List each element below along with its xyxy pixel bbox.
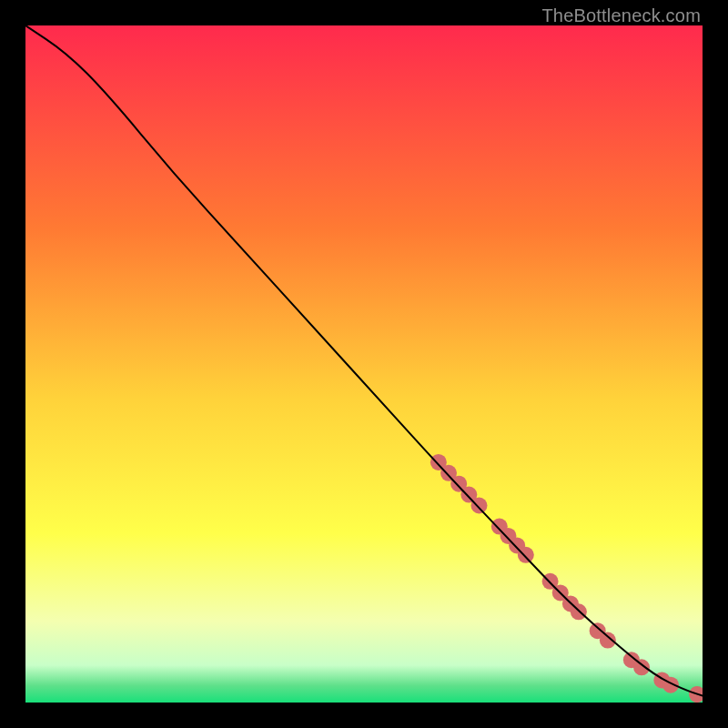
- data-marker: [633, 659, 650, 675]
- data-marker: [518, 547, 534, 563]
- chart-panel: [25, 25, 703, 703]
- data-marker: [662, 677, 679, 693]
- chart-svg: [25, 25, 703, 703]
- watermark-text: TheBottleneck.com: [541, 5, 701, 26]
- chart-stage: TheBottleneck.com: [0, 0, 728, 728]
- chart-background: [25, 25, 703, 703]
- data-marker: [470, 498, 487, 514]
